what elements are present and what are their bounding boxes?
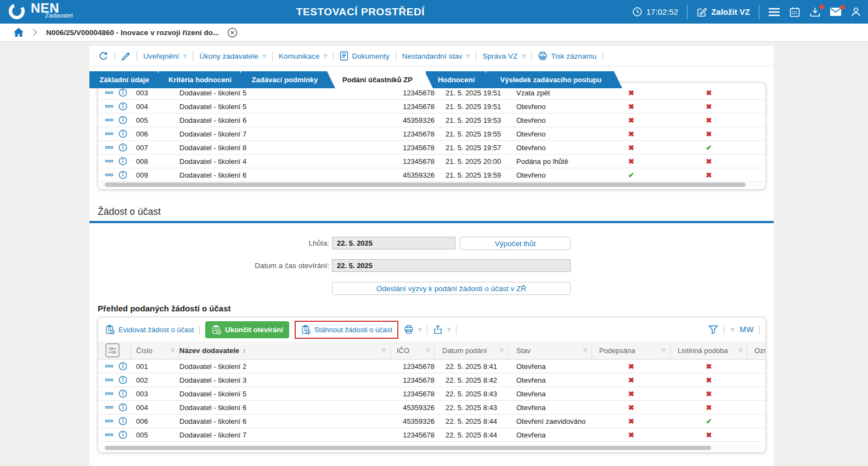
vypocet-lhut-button[interactable]: Výpočet lhůt [460,237,571,250]
row-info-icon[interactable] [119,102,127,111]
row-menu-icon[interactable] [105,145,114,150]
table-row[interactable]: 006 Dodavatel - školení 6 45359326 22. 5… [98,414,765,428]
ukoncit-otevirani-button[interactable]: Ukončit otevírání [205,321,289,338]
table-row[interactable]: 003 Dodavatel - školení 5 12345678 22. 5… [98,387,765,401]
home-icon[interactable] [13,27,24,37]
scrollbar-thumb[interactable] [105,446,711,450]
edit-record-button[interactable] [121,52,131,61]
table-row[interactable]: 002 Dodavatel - školení 3 12345678 22. 5… [98,373,765,387]
table-row[interactable]: 008 Dodavatel - školení 4 12345678 21. 5… [98,155,765,168]
menu-ukony-zadavatele[interactable]: Úkony zadavatele▽ [199,52,266,60]
table-row[interactable]: 004 Dodavatel - školení 5 12345678 21. 5… [98,100,765,113]
row-menu-icon[interactable] [105,118,114,122]
tab-zakladni-udaje[interactable]: Základní údaje [89,71,166,88]
print-record-button[interactable]: Tisk záznamu [538,51,596,61]
table-row[interactable]: 009 Dodavatel - školení 6 45359326 21. 5… [98,168,765,182]
create-vz-button[interactable]: Založit VZ [696,7,750,18]
col-podepsana[interactable]: Podepsána [599,346,635,355]
menu-button[interactable] [768,7,780,17]
row-info-icon[interactable] [119,417,127,425]
filter-caret-icon[interactable]: ▽ [583,348,587,353]
tab-vysledek[interactable]: Výsledek zadávacího postupu [486,71,622,88]
lhuta-field[interactable]: 22. 5. 2025 08:45 [332,237,455,249]
tab-podani-ucastniku-zp[interactable]: Podání účastníků ZP [329,71,433,88]
view-code-label[interactable]: MW [740,325,754,334]
row-info-icon[interactable] [119,157,127,166]
lhuta-date-value[interactable]: 22. 5. 2025 [332,239,373,247]
messages-button[interactable] [830,7,842,16]
col-stav[interactable]: Stav [516,346,531,355]
row-info-icon[interactable] [119,430,127,439]
row-menu-icon[interactable] [105,159,114,163]
cell-number: 006 [131,417,179,425]
col-cislo[interactable]: Číslo [136,346,153,355]
col-datum-podani[interactable]: Datum podání [442,346,487,355]
col-listinna-podoba[interactable]: Listinná podoba [678,346,728,355]
divider [476,52,476,61]
caret-down-icon[interactable]: ▽ [731,327,734,332]
menu-nestandardni-stav[interactable]: Nestandardní stav▽ [402,52,470,60]
menu-uverejneni[interactable]: Uveřejnění▽ [143,52,187,60]
row-menu-icon[interactable] [105,391,114,396]
filter-icon[interactable] [708,325,718,334]
otevirani-field[interactable]: 22. 5. 2025 08:45 [332,259,571,272]
filter-caret-icon[interactable]: ▽ [171,348,174,353]
evidovat-zadost-button[interactable]: Evidovat žádost o účast [105,325,194,335]
tab-hodnoceni[interactable]: Hodnocení [426,71,493,88]
close-tab-icon[interactable] [227,27,238,38]
export-table-button[interactable]: ▽ [433,325,450,334]
table-row[interactable]: 005 Dodavatel - školení 6 45359326 21. 5… [98,113,765,127]
row-menu-icon[interactable] [105,104,114,109]
filter-caret-icon[interactable]: ▽ [382,348,386,353]
menu-komunikace[interactable]: Komunikace▽ [279,52,327,60]
filter-caret-icon[interactable]: ▽ [426,348,430,353]
row-menu-icon[interactable] [105,364,114,368]
row-menu-icon[interactable] [105,378,114,382]
odeslani-vyzvy-button[interactable]: Odeslání výzvy k podání žádosti o účast … [332,282,571,295]
row-menu-icon[interactable] [105,419,114,423]
filter-caret-icon[interactable]: ▽ [500,348,504,353]
menu-dokumenty[interactable]: Dokumenty [340,51,389,61]
table-row[interactable]: 006 Dodavatel - školení 7 12345678 21. 5… [98,127,765,141]
col-ico[interactable]: IČO [397,346,409,355]
row-info-icon[interactable] [119,403,127,412]
row-menu-icon[interactable] [105,90,114,95]
cell-ico: 12345678 [391,376,435,384]
menu-sprava-vz[interactable]: Správa VZ▽ [482,52,525,60]
filter-caret-icon[interactable]: ▽ [739,348,742,353]
scrollbar-thumb[interactable] [105,183,746,187]
calendar-button[interactable] [789,7,801,18]
column-settings-icon[interactable] [105,343,120,357]
print-table-button[interactable]: ▽ [404,325,421,334]
caret-down-icon: ▽ [466,54,470,59]
col-nazev-dodavatele[interactable]: Název dodavatele↑ [179,346,246,355]
row-info-icon[interactable] [119,116,127,124]
logo[interactable]: NEN Zadavatel [8,2,73,20]
row-menu-icon[interactable] [105,173,114,177]
row-info-icon[interactable] [119,171,127,179]
table-row[interactable]: 005 Dodavatel - školení 7 12345678 22. 5… [98,428,765,442]
row-info-icon[interactable] [119,362,127,371]
table-row[interactable]: 007 Dodavatel - školení 8 12345678 21. 5… [98,141,765,155]
row-info-icon[interactable] [119,376,127,384]
filter-caret-icon[interactable]: ▽ [662,348,666,353]
row-info-icon[interactable] [119,389,127,398]
tab-kriteria-hodnoceni[interactable]: Kritéria hodnocení [159,71,248,88]
downloads-button[interactable] [809,7,821,18]
stahnout-zadosti-button[interactable]: Stáhnout žádosti o účast [301,325,392,335]
row-info-icon[interactable] [119,143,127,152]
table-row[interactable]: 004 Dodavatel - školení 6 45359326 22. 5… [98,401,765,414]
row-info-icon[interactable] [119,88,127,97]
cell-status: Otevřeno [509,171,592,179]
tab-zadavaci-podminky[interactable]: Zadávací podmínky [241,71,335,88]
otevirani-date-value[interactable]: 22. 5. 2025 [332,262,373,270]
row-menu-icon[interactable] [105,433,114,437]
profile-button[interactable] [850,7,861,18]
table-row[interactable]: 001 Dodavatel - školení 2 12345678 22. 5… [98,360,765,373]
row-info-icon[interactable] [119,129,127,138]
row-menu-icon[interactable] [105,132,114,136]
col-oznaceni[interactable]: Označe [754,346,765,355]
refresh-button[interactable] [98,51,109,61]
breadcrumb-item[interactable]: N006/25/V00004860 - Inovace v rozvoji ří… [46,29,219,37]
row-menu-icon[interactable] [105,405,114,410]
